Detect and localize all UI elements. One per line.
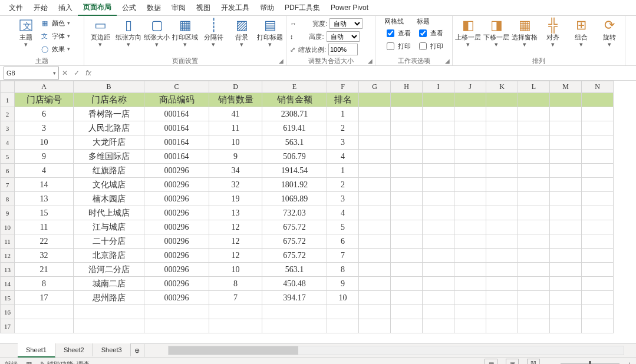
cell-N4[interactable] [582, 135, 614, 150]
cell-K6[interactable] [486, 164, 518, 178]
arrange-3[interactable]: ╬对齐▾ [540, 17, 566, 48]
cell-F7[interactable]: 2 [327, 178, 359, 192]
cell-I3[interactable] [423, 121, 454, 135]
zoom-out-button[interactable]: − [548, 360, 552, 364]
cell-N17[interactable] [582, 319, 614, 333]
col-header-I[interactable]: I [423, 81, 454, 93]
cell-B15[interactable]: 思州路店 [74, 291, 144, 305]
cell-J13[interactable] [454, 263, 486, 277]
pagelayout-view-button[interactable]: ▣ [506, 359, 519, 364]
cell-N2[interactable] [582, 107, 614, 121]
cell-D8[interactable]: 19 [209, 192, 262, 206]
menu-Power Pivot[interactable]: Power Pivot [325, 0, 374, 15]
cell-C3[interactable]: 000164 [144, 121, 209, 135]
pagesetup-3[interactable]: ▦打印区域▾ [172, 17, 198, 48]
row-header-7[interactable]: 7 [1, 178, 15, 192]
cell-I9[interactable] [423, 206, 454, 220]
cell-H10[interactable] [391, 220, 423, 234]
select-all-corner[interactable] [1, 81, 15, 93]
cell-M17[interactable] [550, 319, 582, 333]
width-select[interactable]: 自动 [329, 18, 363, 29]
cell-J5[interactable] [454, 150, 486, 164]
cell-B13[interactable]: 沿河二分店 [74, 263, 144, 277]
col-header-A[interactable]: A [15, 81, 74, 93]
cell-H17[interactable] [391, 319, 423, 333]
cell-M4[interactable] [550, 135, 582, 150]
cell-H6[interactable] [391, 164, 423, 178]
cell-G4[interactable] [359, 135, 391, 150]
cell-L3[interactable] [518, 121, 550, 135]
cell-L13[interactable] [518, 263, 550, 277]
cell-F13[interactable]: 8 [327, 263, 359, 277]
cell-L10[interactable] [518, 220, 550, 234]
menu-公式[interactable]: 公式 [117, 0, 141, 15]
cell-K15[interactable] [486, 291, 518, 305]
page-setup-dialog-launcher[interactable]: ◢ [278, 57, 285, 64]
cell-C1[interactable]: 商品编码 [144, 93, 209, 107]
cell-M1[interactable] [550, 93, 582, 107]
col-header-J[interactable]: J [454, 81, 486, 93]
cell-C16[interactable] [144, 305, 209, 319]
cell-B7[interactable]: 文化城店 [74, 178, 144, 192]
cell-H7[interactable] [391, 178, 423, 192]
cell-N13[interactable] [582, 263, 614, 277]
cell-B16[interactable] [74, 305, 144, 319]
height-select[interactable]: 自动 [327, 31, 360, 42]
cell-D3[interactable]: 11 [209, 121, 262, 135]
sheet-options-dialog-launcher[interactable]: ◢ [444, 57, 451, 64]
cell-I6[interactable] [423, 164, 454, 178]
cell-B17[interactable] [74, 319, 144, 333]
cell-F5[interactable]: 4 [327, 150, 359, 164]
cell-K2[interactable] [486, 107, 518, 121]
cell-I7[interactable] [423, 178, 454, 192]
cell-E13[interactable]: 563.1 [262, 263, 327, 277]
cell-F10[interactable]: 5 [327, 220, 359, 234]
menu-文件[interactable]: 文件 [4, 0, 28, 15]
arrange-1[interactable]: ◨下移一层▾ [483, 17, 509, 48]
cell-H2[interactable] [391, 107, 423, 121]
cell-N5[interactable] [582, 150, 614, 164]
cell-A13[interactable]: 21 [15, 263, 74, 277]
cell-L2[interactable] [518, 107, 550, 121]
cell-J15[interactable] [454, 291, 486, 305]
cell-L5[interactable] [518, 150, 550, 164]
cell-I4[interactable] [423, 135, 454, 150]
cell-E12[interactable]: 675.72 [262, 249, 327, 263]
cell-C5[interactable]: 000164 [144, 150, 209, 164]
menu-开始[interactable]: 开始 [28, 0, 53, 15]
cell-M10[interactable] [550, 220, 582, 234]
cell-G15[interactable] [359, 291, 391, 305]
cell-J2[interactable] [454, 107, 486, 121]
cell-L15[interactable] [518, 291, 550, 305]
cell-F2[interactable]: 1 [327, 107, 359, 121]
col-header-F[interactable]: F [327, 81, 359, 93]
name-box[interactable]: G8▾ [4, 67, 59, 80]
cell-B8[interactable]: 楠木园店 [74, 192, 144, 206]
cell-H12[interactable] [391, 249, 423, 263]
cell-E4[interactable]: 563.1 [262, 135, 327, 150]
cell-M14[interactable] [550, 277, 582, 291]
cell-A6[interactable]: 4 [15, 164, 74, 178]
col-header-K[interactable]: K [486, 81, 518, 93]
cell-I5[interactable] [423, 150, 454, 164]
cell-K14[interactable] [486, 277, 518, 291]
cell-D16[interactable] [209, 305, 262, 319]
cell-E7[interactable]: 1801.92 [262, 178, 327, 192]
col-header-G[interactable]: G [359, 81, 391, 93]
horizontal-scrollbar[interactable] [168, 346, 624, 355]
cell-A5[interactable]: 9 [15, 150, 74, 164]
cell-A10[interactable]: 11 [15, 220, 74, 234]
cell-E10[interactable]: 675.72 [262, 220, 327, 234]
cell-I15[interactable] [423, 291, 454, 305]
cell-E15[interactable]: 394.17 [262, 291, 327, 305]
cell-J14[interactable] [454, 277, 486, 291]
row-header-17[interactable]: 17 [1, 319, 15, 333]
cell-I16[interactable] [423, 305, 454, 319]
cell-G17[interactable] [359, 319, 391, 333]
pagesetup-4[interactable]: ┊分隔符▾ [200, 17, 226, 48]
cell-K3[interactable] [486, 121, 518, 135]
cell-G2[interactable] [359, 107, 391, 121]
cell-E16[interactable] [262, 305, 327, 319]
cell-K12[interactable] [486, 249, 518, 263]
cell-L11[interactable] [518, 234, 550, 249]
